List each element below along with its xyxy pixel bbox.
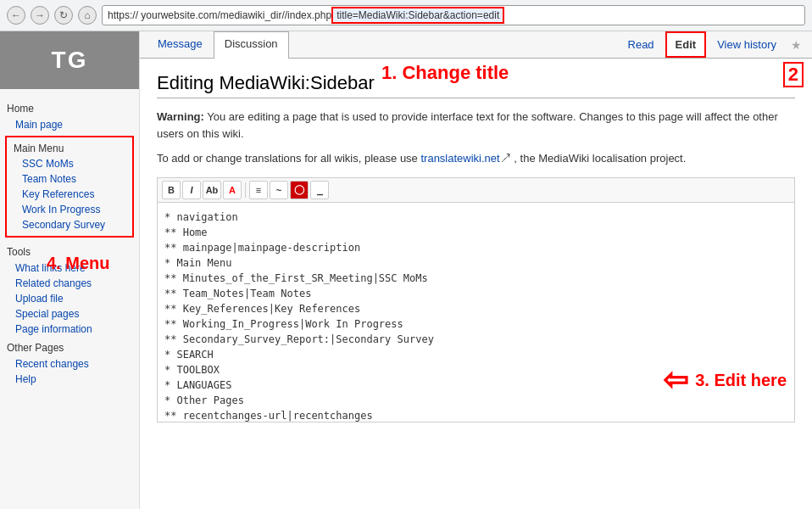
toolbar-italic-button[interactable]: I xyxy=(182,181,201,199)
tab-read[interactable]: Read xyxy=(619,32,664,57)
change-title-annotation: 1. Change title xyxy=(381,62,509,84)
sidebar-logo: TG xyxy=(0,31,139,89)
sidebar-tools-section: Tools xyxy=(0,241,139,260)
page-content: Editing MediaWiki:Sidebar Warning: You a… xyxy=(140,59,812,439)
editor-toolbar: B I Ab A ≡ ~ ◯ ⎯ xyxy=(157,177,795,202)
main-menu-team-notes-link[interactable]: Team Notes xyxy=(7,171,132,187)
sidebar-nav-section: Home xyxy=(0,98,139,117)
reload-button[interactable]: ↻ xyxy=(54,6,73,25)
toolbar-ab-button[interactable]: Ab xyxy=(203,181,221,199)
tab-view-history[interactable]: View history xyxy=(708,32,786,57)
translatewiki-link[interactable]: translatewiki.net xyxy=(420,152,499,165)
translate-text: To add or change translations for all wi… xyxy=(157,150,795,167)
main-menu-key-references-link[interactable]: Key References xyxy=(7,187,132,202)
warning-bold: Warning: xyxy=(157,110,204,123)
main-menu-work-in-progress-link[interactable]: Work In Progress xyxy=(7,202,132,217)
toolbar-color-button[interactable]: A xyxy=(223,181,242,199)
annotation-2: 2 xyxy=(783,62,804,87)
toolbar-dash-button[interactable]: ⎯ xyxy=(310,181,329,199)
browser-chrome: ← → ↻ ⌂ https:// yourwebsite.com/mediawi… xyxy=(0,0,812,31)
url-highlighted: title=MediaWiki:Sidebar&action=edit xyxy=(331,7,504,24)
content-area: Message Discussion Read Edit View histor… xyxy=(140,31,812,509)
translate-suffix: , the MediaWiki localisation project. xyxy=(514,152,686,165)
tabs-right: Read Edit View history ★ xyxy=(619,31,805,58)
sidebar: TG Home Main page Main Menu SSC MoMs Tea… xyxy=(0,31,140,509)
sidebar-page-information-link[interactable]: Page information xyxy=(0,322,139,337)
main-menu-ssc-moms-link[interactable]: SSC MoMs xyxy=(7,156,132,171)
translate-prefix: To add or change translations for all wi… xyxy=(157,152,418,165)
warning-text: Warning: You are editing a page that is … xyxy=(157,109,795,142)
sidebar-upload-file-link[interactable]: Upload file xyxy=(0,291,139,306)
toolbar-separator-1 xyxy=(245,182,246,198)
tabs-bar: Message Discussion Read Edit View histor… xyxy=(140,31,812,59)
sidebar-recent-changes-link[interactable]: Recent changes xyxy=(0,356,139,372)
tab-edit[interactable]: Edit xyxy=(665,31,707,58)
url-prefix: https:// yourwebsite.com/mediawiki_dir//… xyxy=(108,9,331,21)
star-icon[interactable]: ★ xyxy=(787,33,805,57)
sidebar-main-page-link[interactable]: Main page xyxy=(0,117,139,132)
home-button[interactable]: ⌂ xyxy=(78,6,97,25)
sidebar-related-changes-link[interactable]: Related changes xyxy=(0,276,139,291)
tab-message[interactable]: Message xyxy=(147,31,214,59)
toolbar-wave-button[interactable]: ~ xyxy=(270,181,288,199)
toolbar-bold-button[interactable]: B xyxy=(162,181,181,199)
editor-textarea[interactable] xyxy=(157,202,795,422)
sidebar-special-pages-link[interactable]: Special pages xyxy=(0,306,139,322)
sidebar-help-link[interactable]: Help xyxy=(0,372,139,387)
back-button[interactable]: ← xyxy=(7,6,25,25)
toolbar-circle-button[interactable]: ◯ xyxy=(290,181,309,199)
toolbar-align-button[interactable]: ≡ xyxy=(249,181,268,199)
forward-button[interactable]: → xyxy=(31,6,49,25)
main-menu-box: Main Menu SSC MoMs Team Notes Key Refere… xyxy=(5,136,134,238)
sidebar-what-links-here-link[interactable]: What links here xyxy=(0,260,139,276)
warning-body: You are editing a page that is used to p… xyxy=(157,110,778,140)
main-menu-secondary-survey-link[interactable]: Secondary Survey xyxy=(7,217,132,232)
main-menu-title: Main Menu xyxy=(7,141,132,156)
tab-discussion[interactable]: Discussion xyxy=(214,31,289,59)
url-bar[interactable]: https:// yourwebsite.com/mediawiki_dir//… xyxy=(102,5,805,25)
sidebar-other-section: Other Pages xyxy=(0,337,139,356)
